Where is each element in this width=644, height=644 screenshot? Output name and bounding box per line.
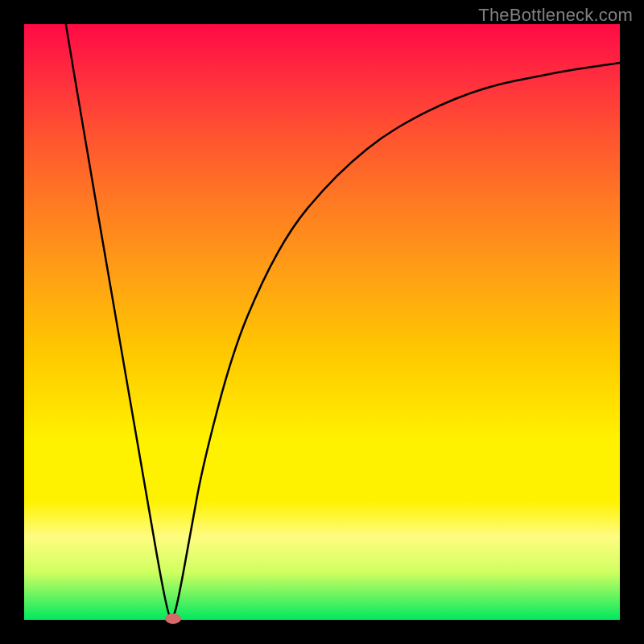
attribution-text: TheBottleneck.com <box>478 5 633 26</box>
chart-area <box>24 24 620 620</box>
bottleneck-curve <box>24 24 620 620</box>
optimal-point-marker <box>165 613 181 624</box>
